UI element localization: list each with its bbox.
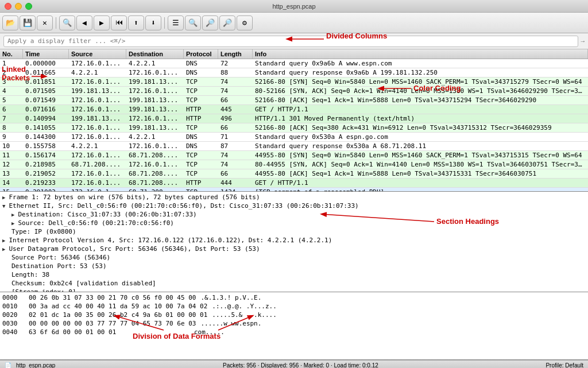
maximize-button[interactable] — [25, 3, 32, 10]
go-next-button[interactable]: ⬇ — [145, 16, 161, 30]
packet-row[interactable]: 140.219233172.16.0.1...68.71.208....HTTP… — [0, 179, 588, 188]
cell-len: 87 — [218, 142, 253, 150]
ethernet-expand-arrow[interactable]: ▼ — [2, 203, 5, 209]
hex-offset: 0020 — [2, 311, 24, 319]
zoom-reset-button[interactable]: 🔎 — [219, 16, 235, 30]
eth-src-expand[interactable]: ▶ — [11, 220, 14, 226]
go-first-button[interactable]: ⏮ — [111, 16, 127, 30]
cell-info: GET / HTTP/1.1 — [253, 179, 588, 187]
close-capture-button[interactable]: ✕ — [37, 16, 53, 30]
toolbar: 📂 💾 ✕ 🔍 ◀ ▶ ⏮ ⬆ ⬇ ☰ 🔍 🔎 🔎 ⚙ — [0, 13, 588, 33]
packet-row[interactable]: 80.141055172.16.0.1...199.181.13...TCP66… — [0, 123, 588, 133]
titlebar: http_espn.pcap — [0, 0, 588, 13]
packet-row[interactable]: 120.21898568.71.208....172.16.0.1...TCP7… — [0, 160, 588, 169]
cell-src: 172.16.0.1... — [69, 133, 126, 141]
filter-input[interactable] — [3, 36, 578, 47]
packet-row[interactable]: 100.1557584.2.2.1172.16.0.1...DNS87Stand… — [0, 142, 588, 151]
cell-proto: TCP — [184, 160, 218, 169]
cell-proto: TCP — [184, 169, 218, 178]
stream-detail: [Stream index: 0] — [2, 288, 586, 292]
packet-row[interactable]: 90.144300172.16.0.1...4.2.2.1DNS71Standa… — [0, 133, 588, 142]
frame-detail[interactable]: ▶ Frame 1: 72 bytes on wire (576 bits), … — [2, 193, 586, 202]
cell-time: 0.155758 — [23, 142, 69, 150]
frame-expand-arrow[interactable]: ▶ — [2, 195, 5, 200]
cell-src: 68.71.208.... — [69, 160, 126, 169]
ip-expand-arrow[interactable]: ▶ — [2, 238, 5, 243]
status-bar: 📄 http_espn.pcap Packets: 956 · Displaye… — [0, 360, 588, 368]
colorize-button[interactable]: ☰ — [168, 16, 184, 30]
ethernet-detail[interactable]: ▼ Ethernet II, Src: Dell_c0:56:f0 (00:21… — [2, 202, 586, 210]
cell-info: Standard query response 0x9a6b A 199.181… — [253, 68, 588, 77]
status-file: http_espn.pcap — [16, 362, 55, 368]
cell-proto: TCP — [184, 87, 218, 95]
cell-src: 172.16.0.1... — [69, 59, 126, 68]
cell-dst: 68.71.208.... — [126, 179, 184, 187]
udp-expand-arrow[interactable]: ▶ — [2, 246, 5, 252]
status-packets: Packets: 956 · Displayed: 956 · Marked: … — [223, 362, 378, 368]
cell-proto: DNS — [184, 59, 218, 68]
open-button[interactable]: 📂 — [2, 16, 18, 30]
packet-row[interactable]: 150.291003172.16.0.1...68.71.208....TCP1… — [0, 188, 588, 192]
cell-len: 71 — [218, 133, 253, 141]
hex-bytes: 00 26 0b 31 07 33 00 21 70 c0 56 f0 00 4… — [29, 293, 196, 302]
packet-details[interactable]: ▶ Frame 1: 72 bytes on wire (576 bits), … — [0, 192, 588, 292]
window-controls[interactable] — [5, 3, 32, 10]
packet-list[interactable]: No. Time Source Destination Protocol Len… — [0, 49, 588, 192]
minimize-button[interactable] — [15, 3, 22, 10]
cell-time: 0.011665 — [23, 68, 69, 77]
cell-dst: 199.181.13... — [126, 123, 184, 132]
cell-src: 4.2.2.1 — [69, 68, 126, 77]
zoom-in-button[interactable]: 🔍 — [185, 16, 201, 30]
cell-time: 0.011851 — [23, 78, 69, 86]
go-forward-button[interactable]: ▶ — [94, 16, 110, 30]
cell-proto: TCP — [184, 151, 218, 160]
settings-button[interactable]: ⚙ — [237, 16, 253, 30]
hex-dump[interactable]: 000000 26 0b 31 07 33 00 21 70 c0 56 f0 … — [0, 292, 588, 360]
hex-bytes: 63 6f 6d 00 00 01 00 01 — [29, 328, 189, 336]
cell-dst: 172.16.0.1... — [126, 142, 184, 150]
packet-row[interactable]: 130.219052172.16.0.1...68.71.208....TCP6… — [0, 169, 588, 179]
packet-row[interactable]: 70.140994199.181.13...172.16.0.1...HTTP4… — [0, 114, 588, 123]
cell-dst: 199.181.13... — [126, 96, 184, 104]
close-button[interactable] — [5, 3, 11, 10]
find-button[interactable]: 🔍 — [59, 16, 75, 30]
ip-detail[interactable]: ▶ Internet Protocol Version 4, Src: 172.… — [2, 236, 586, 245]
packet-row[interactable]: 10.000000172.16.0.1...4.2.2.1DNS72Standa… — [0, 59, 588, 68]
cell-no: 5 — [0, 96, 23, 104]
packet-row[interactable]: 30.011851172.16.0.1...199.181.13...TCP74… — [0, 78, 588, 87]
go-back-button[interactable]: ◀ — [76, 16, 92, 30]
cell-len: 66 — [218, 96, 253, 104]
cell-info: [TCP segment of a reassembled PDU] — [253, 188, 588, 192]
cell-len: 74 — [218, 78, 253, 86]
cell-src: 172.16.0.1... — [69, 123, 126, 132]
hex-row: 001000 3a ad cc 40 00 40 11 da 59 ac 10 … — [2, 302, 586, 311]
save-button[interactable]: 💾 — [20, 16, 36, 30]
packet-row[interactable]: 20.0116654.2.2.1172.16.0.1...DNS88Standa… — [0, 68, 588, 78]
packet-row[interactable]: 50.071549172.16.0.1...199.181.13...TCP66… — [0, 96, 588, 105]
cell-no: 15 — [0, 188, 23, 192]
cell-src: 199.181.13... — [69, 87, 126, 95]
cell-proto: TCP — [184, 78, 218, 86]
packet-row[interactable]: 40.071505199.181.13...172.16.0.1...TCP74… — [0, 87, 588, 96]
column-headers: No. Time Source Destination Protocol Len… — [0, 49, 588, 59]
cell-len: 496 — [218, 114, 253, 123]
hex-bytes: 00 3a ad cc 40 00 40 11 da 59 ac 10 00 7… — [29, 302, 207, 311]
cell-dst: 68.71.208.... — [126, 169, 184, 178]
eth-dst-expand[interactable]: ▶ — [11, 212, 14, 218]
cell-proto: HTTP — [184, 114, 218, 123]
cell-dst: 4.2.2.1 — [126, 59, 184, 68]
eth-src-text: Source: Dell_c0:56:f0 (00:21:70:c0:56:f0… — [18, 219, 174, 227]
udp-detail[interactable]: ▶ User Datagram Protocol, Src Port: 5634… — [2, 245, 586, 253]
zoom-out-button[interactable]: 🔎 — [202, 16, 218, 30]
cell-info: 80-44955 [SYN, ACK] Seq=0 Ack=1 Win=4140… — [253, 160, 588, 169]
ethernet-text: Ethernet II, Src: Dell_c0:56:f0 (00:21:7… — [9, 202, 358, 210]
cell-info: 44955-80 [SYN] Seq=0 Win=5840 Len=0 MSS=… — [253, 151, 588, 160]
packet-row[interactable]: 110.156174172.16.0.1...68.71.208....TCP7… — [0, 151, 588, 160]
go-prev-button[interactable]: ⬆ — [128, 16, 144, 30]
cell-proto: TCP — [184, 123, 218, 132]
separator2 — [164, 17, 165, 29]
cell-no: 10 — [0, 142, 23, 150]
cell-no: 12 — [0, 160, 23, 169]
packet-row[interactable]: 60.071616172.16.0.1...199.181.13...HTTP4… — [0, 105, 588, 114]
cell-src: 172.16.0.1... — [69, 78, 126, 86]
